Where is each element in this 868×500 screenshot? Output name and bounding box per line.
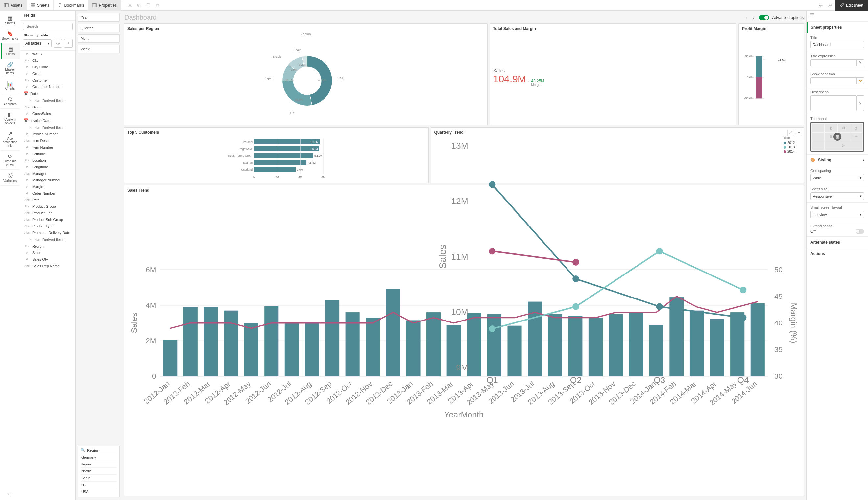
edit-sheet-button[interactable]: Edit sheet bbox=[835, 0, 868, 11]
region-option[interactable]: Japan bbox=[81, 461, 117, 467]
copy-icon[interactable] bbox=[135, 0, 144, 11]
thumbnail[interactable]: ◐#1◔ ▥〰 ⫸ ▦ bbox=[810, 122, 864, 151]
field-item[interactable]: AbcPromised Delivery Date bbox=[20, 229, 75, 236]
sales-per-region-chart[interactable]: Sales per Region Region USA45.5%UK26.9%J… bbox=[124, 23, 488, 125]
field-item[interactable]: AbcItem Desc bbox=[20, 137, 75, 144]
undo-icon[interactable] bbox=[816, 0, 825, 11]
field-item[interactable]: AbcCity bbox=[20, 57, 75, 64]
filter-year[interactable]: Year bbox=[78, 13, 120, 22]
field-item[interactable]: #%KEY bbox=[20, 50, 75, 57]
field-item[interactable]: AbcProduct Sub Group bbox=[20, 216, 75, 223]
tab-properties[interactable]: Properties bbox=[88, 0, 121, 11]
rail-fields[interactable]: ▤Fields bbox=[1, 43, 20, 59]
field-item[interactable]: AbcPath bbox=[20, 196, 75, 203]
cut-icon[interactable] bbox=[125, 0, 135, 11]
field-item[interactable]: #Item Number bbox=[20, 144, 75, 150]
description-input[interactable] bbox=[810, 95, 857, 111]
filter-region[interactable]: 🔍RegionGermanyJapanNordicSpainUKUSA bbox=[78, 446, 120, 497]
next-sheet-icon[interactable]: › bbox=[752, 14, 756, 21]
collapse-rail-icon[interactable]: ⟵ bbox=[3, 488, 17, 500]
add-field-button[interactable]: + bbox=[64, 39, 73, 48]
field-item[interactable]: AbcSales Rep Name bbox=[20, 263, 75, 269]
field-item[interactable]: 📅Invoice Date bbox=[20, 117, 75, 124]
field-item[interactable]: ⤷ Abc Derived fields bbox=[20, 124, 75, 131]
rail-bookmarks[interactable]: 🔖Bookmarks bbox=[1, 28, 20, 43]
title-expr-input[interactable] bbox=[810, 59, 857, 66]
advanced-toggle[interactable] bbox=[759, 15, 769, 20]
field-item[interactable]: #Order Number bbox=[20, 190, 75, 196]
rail-analyses[interactable]: ⌬Analyses bbox=[1, 93, 20, 109]
filter-month[interactable]: Month bbox=[78, 34, 120, 43]
more-icon[interactable]: ⋯ bbox=[795, 129, 802, 136]
region-option[interactable]: Spain bbox=[81, 474, 117, 481]
rail-master-items[interactable]: 🔗Master items bbox=[1, 59, 20, 78]
rail-app-navigation-links[interactable]: ↗App navigation links bbox=[1, 128, 20, 150]
small-layout-select[interactable]: List view▾ bbox=[810, 211, 864, 218]
field-item[interactable]: AbcProduct Type bbox=[20, 223, 75, 229]
tab-assets[interactable]: Assets bbox=[0, 0, 27, 11]
tab-bookmarks[interactable]: Bookmarks bbox=[54, 0, 88, 11]
delete-icon[interactable] bbox=[153, 0, 162, 11]
region-option[interactable]: UK bbox=[81, 481, 117, 488]
field-item[interactable]: #Manager Number bbox=[20, 177, 75, 183]
prev-sheet-icon[interactable]: ‹ bbox=[745, 14, 749, 21]
svg-rect-10 bbox=[138, 4, 140, 6]
region-option[interactable]: USA bbox=[81, 488, 117, 495]
quarterly-trend-chart[interactable]: ⤢ ⋯ Quarterly Trend 9M10M11M12M13MQ1Q2Q3… bbox=[431, 127, 804, 183]
alt-states-section[interactable]: Alternate states bbox=[807, 236, 868, 248]
svg-text:Q2: Q2 bbox=[570, 375, 581, 385]
grid-spacing-select[interactable]: Wide▾ bbox=[810, 174, 864, 181]
field-item[interactable]: AbcProduct Group bbox=[20, 203, 75, 210]
field-item[interactable]: ⤷ Abc Derived fields bbox=[20, 97, 75, 104]
sheet-title-input[interactable] bbox=[810, 41, 864, 48]
rail-sheets[interactable]: ▦Sheets bbox=[1, 12, 20, 28]
expand-icon[interactable]: ⤢ bbox=[787, 129, 794, 136]
field-item[interactable]: #Margin bbox=[20, 183, 75, 190]
fields-search[interactable] bbox=[23, 23, 73, 30]
region-option[interactable]: Germany bbox=[81, 454, 117, 461]
sheet-size-select[interactable]: Responsive▾ bbox=[810, 192, 864, 200]
fx-button[interactable]: fx bbox=[857, 59, 864, 66]
field-item[interactable]: #Invoice Number bbox=[20, 131, 75, 137]
extend-toggle[interactable] bbox=[856, 229, 864, 234]
redo-icon[interactable] bbox=[825, 0, 835, 11]
field-item[interactable]: AbcCustomer bbox=[20, 77, 75, 83]
field-item[interactable]: AbcRegion bbox=[20, 243, 75, 250]
field-item[interactable]: #City Code bbox=[20, 64, 75, 70]
styling-section[interactable]: 🎨Styling› bbox=[807, 154, 868, 166]
fields-search-input[interactable] bbox=[27, 24, 72, 28]
svg-text:11.3%: 11.3% bbox=[285, 78, 294, 81]
field-item[interactable]: #Longitude bbox=[20, 164, 75, 170]
rail-charts[interactable]: 📊Charts bbox=[1, 78, 20, 93]
paste-icon[interactable] bbox=[144, 0, 153, 11]
rail-dynamic-views[interactable]: ⟳Dynamic views bbox=[1, 150, 20, 170]
filter-button[interactable] bbox=[54, 39, 62, 48]
profit-margin-chart[interactable]: Profit Margin -50.0%0.0%50.0%41.3% bbox=[739, 23, 804, 125]
filter-week[interactable]: Week bbox=[78, 45, 120, 53]
region-option[interactable]: Nordic bbox=[81, 467, 117, 474]
tab-sheets[interactable]: Sheets bbox=[27, 0, 54, 11]
rail-variables[interactable]: ⓥVariables bbox=[1, 170, 20, 186]
field-item[interactable]: ⤷ Abc Derived fields bbox=[20, 236, 75, 243]
field-item[interactable]: AbcManager bbox=[20, 170, 75, 177]
field-item[interactable]: #Latitude bbox=[20, 150, 75, 157]
field-item[interactable]: AbcLocation bbox=[20, 157, 75, 164]
field-item[interactable]: 📅Date bbox=[20, 90, 75, 97]
field-item[interactable]: #Customer Number bbox=[20, 83, 75, 90]
field-item[interactable]: #Cost bbox=[20, 70, 75, 77]
field-item[interactable]: AbcDesc bbox=[20, 104, 75, 111]
actions-section[interactable]: Actions bbox=[807, 248, 868, 259]
rail-custom-objects[interactable]: ◧Custom objects bbox=[1, 109, 20, 128]
fx-button[interactable]: fx bbox=[857, 77, 864, 84]
field-item[interactable]: #Sales Qty bbox=[20, 256, 75, 263]
field-item[interactable]: AbcProduct Line bbox=[20, 210, 75, 216]
field-item[interactable]: #Sales bbox=[20, 250, 75, 256]
table-select[interactable]: All tables▾ bbox=[23, 39, 52, 47]
field-item[interactable]: #GrossSales bbox=[20, 111, 75, 117]
filter-quarter[interactable]: Quarter bbox=[78, 24, 120, 32]
show-cond-input[interactable] bbox=[810, 77, 857, 84]
svg-rect-0 bbox=[4, 3, 8, 7]
top5-customers-chart[interactable]: Top 5 Customers Paracel5.69MPageWave5.63… bbox=[124, 127, 429, 183]
kpi-card[interactable]: Total Sales and Margin Sales 104.9M · 43… bbox=[490, 23, 736, 125]
fx-button[interactable]: fx bbox=[857, 95, 864, 111]
